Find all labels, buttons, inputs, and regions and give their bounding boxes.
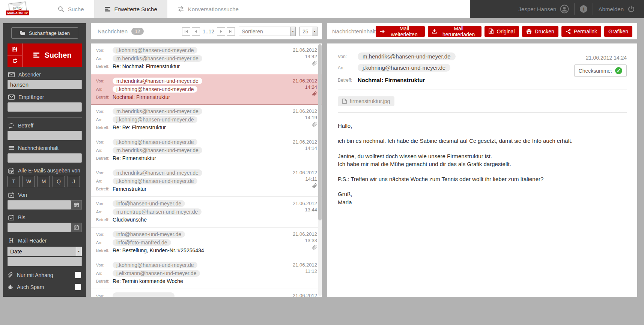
- button-label: Mail weiterleiten: [388, 25, 421, 37]
- original-button[interactable]: Original: [485, 26, 519, 37]
- share-icon: [566, 29, 571, 34]
- msg-von-label: Von:: [96, 263, 110, 267]
- sort-select[interactable]: Sortieren ▼: [239, 27, 296, 36]
- user-menu[interactable]: Jesper Hansen: [519, 4, 569, 13]
- period-buttons: T W M Q J: [8, 176, 82, 187]
- scrollbar-thumb[interactable]: [318, 44, 322, 220]
- save-search-button[interactable]: [8, 43, 22, 55]
- divider: [338, 112, 627, 113]
- pagination-first-button[interactable]: [182, 27, 190, 36]
- nachrichteninhalt-input[interactable]: [8, 153, 82, 163]
- page-size-select[interactable]: 25 ▼: [299, 27, 317, 36]
- list-scrollbar[interactable]: [318, 44, 322, 296]
- period-button-q[interactable]: Q: [53, 176, 65, 187]
- top-navbar: benno MAILARCHIV Suche Erweiterte Suche …: [0, 0, 644, 18]
- body-line: Ich habe mir mal die Mühe gemacht und di…: [338, 160, 627, 168]
- tab-erweiterte-suche[interactable]: Erweiterte Suche: [94, 0, 167, 18]
- period-button-t[interactable]: T: [8, 176, 20, 187]
- message-list-item[interactable]: Von: m.hendriks@hansen-und-meyer.de An: …: [91, 166, 322, 197]
- message-list-item[interactable]: Von: info@hansen-und-meyer.de An: info@f…: [91, 228, 322, 258]
- msg-an-value: m.hendriks@hansen-und-meyer.de: [113, 147, 202, 154]
- permalink-button[interactable]: Permalink: [561, 26, 601, 37]
- von-calendar-button[interactable]: [71, 200, 82, 210]
- absender-input[interactable]: [8, 80, 82, 89]
- period-button-j[interactable]: J: [68, 176, 80, 187]
- bis-date-input[interactable]: [8, 223, 71, 232]
- message-list-item[interactable]: Von: j.kohning@hansen-und-meyer.de An: m…: [91, 43, 322, 74]
- envelope-icon: [8, 72, 15, 77]
- bis-calendar-button[interactable]: [71, 223, 82, 232]
- ausgeben-von-label-row: Alle E-Mails ausgeben von: [8, 168, 81, 174]
- reset-search-button[interactable]: [8, 55, 22, 67]
- mail-header-value-input[interactable]: [8, 257, 82, 266]
- msg-von-value: j.kohning@hansen-und-meyer.de: [113, 262, 197, 268]
- graphics-button[interactable]: Grafiken: [604, 26, 632, 37]
- message-list-item[interactable]: Von: j.kohning@hansen-und-meyer.de An: j…: [91, 258, 322, 289]
- load-search-button[interactable]: Suchanfrage laden: [11, 27, 78, 39]
- download-mail-button[interactable]: Mail herunterladen: [428, 26, 482, 37]
- tab-label: Erweiterte Suche: [114, 6, 157, 12]
- nur-mit-anhang-row: Nur mit Anhang: [8, 272, 82, 278]
- msg-meta: 21.06.2012 14:11: [293, 169, 317, 188]
- pagination-next-button[interactable]: [217, 27, 225, 36]
- save-icon: [12, 46, 18, 52]
- von-date-input[interactable]: [8, 200, 71, 210]
- attachment-icon: [293, 91, 317, 96]
- header-h-icon: H: [8, 237, 14, 244]
- logout-button[interactable]: Abmelden: [598, 5, 635, 13]
- msg-an-label: An:: [96, 179, 110, 183]
- empfaenger-input[interactable]: [8, 102, 82, 112]
- mail-header-selected-value: Date: [10, 248, 22, 255]
- next-page-icon: [219, 30, 223, 33]
- benno-logo: benno MAILARCHIV: [5, 3, 31, 15]
- period-button-m[interactable]: M: [38, 176, 50, 187]
- auch-spam-checkbox[interactable]: [75, 284, 81, 290]
- info-icon[interactable]: i: [580, 5, 587, 13]
- navbar-user-area: Jesper Hansen i Abmelden: [470, 0, 644, 18]
- nur-mit-anhang-checkbox[interactable]: [75, 272, 81, 278]
- message-list-item[interactable]: Von: info@hansen-und-meyer.de An: m.ment…: [91, 197, 322, 228]
- msg-von-label: Von:: [96, 48, 110, 52]
- tab-label: Suche: [68, 6, 84, 12]
- msg-betreff-value: Glückwünsche: [113, 217, 147, 223]
- msg-von-label: Von:: [96, 140, 110, 144]
- search-button[interactable]: Suchen: [23, 43, 82, 67]
- search-action-block: Suchen: [8, 43, 82, 67]
- chevron-down-icon: ▼: [76, 247, 81, 256]
- body-line: Maria: [338, 198, 627, 206]
- msg-an-value: j.kohning@hansen-und-meyer.de: [113, 178, 197, 184]
- absender-label: Absender: [18, 72, 41, 78]
- tab-konversationssuche[interactable]: Konversationssuche: [167, 0, 249, 18]
- message-list-item[interactable]: Von: j.kohning@hansen-und-meyer.de An: m…: [91, 135, 322, 166]
- tab-suche[interactable]: Suche: [48, 0, 94, 18]
- msg-betreff-value: Firmenstruktur: [113, 186, 146, 192]
- msg-von-value: m.hendriks@hansen-und-meyer.de: [113, 78, 202, 84]
- prev-page-icon: [194, 30, 198, 33]
- mail-header-select[interactable]: Date ▼: [8, 247, 82, 256]
- msg-date: 21.06.2012: [293, 78, 317, 84]
- msg-time: 11:12: [293, 268, 317, 274]
- von-label-row: Von: [8, 192, 81, 198]
- period-button-w[interactable]: W: [23, 176, 35, 187]
- print-button[interactable]: Drucken: [522, 26, 558, 37]
- message-list-item[interactable]: Von: An: Betreff: 21.06.2012: [91, 289, 322, 297]
- attachment-chip[interactable]: firmenstruktur.jpg: [338, 96, 394, 106]
- message-list-item[interactable]: Von: m.hendriks@hansen-und-meyer.de An: …: [91, 105, 322, 135]
- calendar-icon: [74, 225, 79, 230]
- product-name: MAILARCHIV: [6, 10, 29, 15]
- search-button-label: Suchen: [44, 51, 71, 60]
- msg-von-value: m.hendriks@hansen-und-meyer.de: [113, 169, 202, 176]
- pagination-last-button[interactable]: [227, 27, 235, 36]
- msg-date: 21.06.2012: [293, 292, 317, 297]
- betreff-input[interactable]: [8, 131, 82, 140]
- swap-arrows-icon: [178, 6, 184, 12]
- list-icon: [33, 52, 40, 58]
- msg-betreff-label: Betreff:: [96, 248, 110, 253]
- message-list-item[interactable]: Von: m.hendriks@hansen-und-meyer.de An: …: [91, 74, 322, 105]
- ausgeben-von-label: Alle E-Mails ausgeben von: [18, 168, 80, 174]
- forward-mail-button[interactable]: Mail weiterleiten: [376, 26, 425, 37]
- chevron-down-icon: ▼: [312, 27, 317, 36]
- detail-datetime: 21.06.2012 14:24: [586, 55, 627, 61]
- pagination-prev-button[interactable]: [192, 27, 200, 36]
- msg-meta: 21.06.2012 11:12: [293, 262, 317, 280]
